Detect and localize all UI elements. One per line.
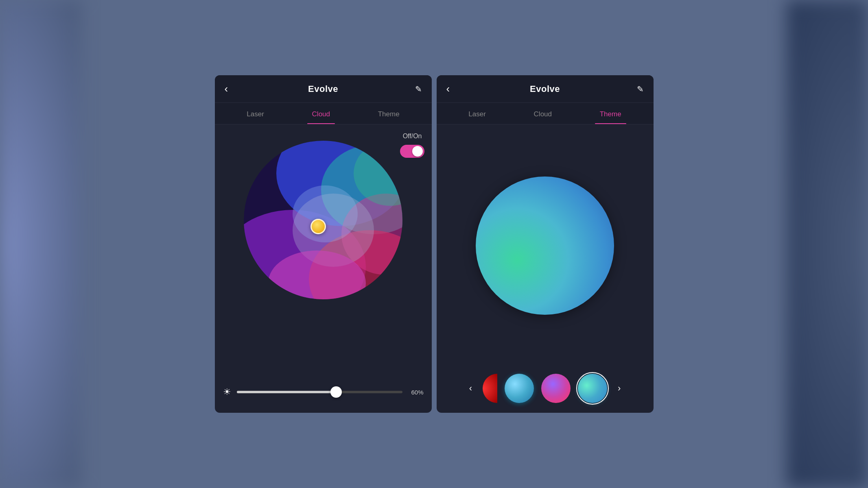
bg-blur-left bbox=[0, 0, 81, 488]
panel1-tab-theme[interactable]: Theme bbox=[373, 103, 404, 124]
preset-teal-blue-button[interactable] bbox=[578, 374, 607, 403]
theme-presets-row: ‹ › bbox=[459, 366, 631, 413]
brightness-value: 60% bbox=[408, 389, 424, 396]
theme-circle-container bbox=[476, 124, 614, 366]
color-wheel-container bbox=[244, 141, 402, 299]
brightness-fill bbox=[237, 391, 336, 393]
panel1-back-button[interactable]: ‹ bbox=[225, 83, 237, 95]
panel1-title: Evolve bbox=[308, 84, 338, 94]
panels-container: ‹ Evolve ✎ Laser Cloud Theme Off/On bbox=[212, 75, 656, 413]
brightness-thumb[interactable] bbox=[330, 386, 342, 398]
panel-theme: ‹ Evolve ✎ Laser Cloud Theme ‹ › bbox=[437, 75, 654, 413]
presets-next-button[interactable]: › bbox=[614, 381, 624, 395]
panel2-tabs: Laser Cloud Theme bbox=[437, 103, 654, 124]
bg-blur-right bbox=[787, 0, 868, 488]
panel2-tab-theme[interactable]: Theme bbox=[595, 103, 626, 124]
panel1-content: Off/On bbox=[215, 124, 432, 413]
color-wheel[interactable] bbox=[244, 141, 402, 299]
panel-cloud: ‹ Evolve ✎ Laser Cloud Theme Off/On bbox=[215, 75, 432, 413]
panel1-tab-laser[interactable]: Laser bbox=[242, 103, 269, 124]
panel1-edit-button[interactable]: ✎ bbox=[410, 84, 422, 94]
panel2-title: Evolve bbox=[530, 84, 560, 94]
panel1-tabs: Laser Cloud Theme bbox=[215, 103, 432, 124]
panel2-edit-button[interactable]: ✎ bbox=[632, 84, 644, 94]
svg-point-7 bbox=[293, 185, 358, 242]
brightness-row: ☀ 60% bbox=[223, 387, 424, 397]
off-on-toggle[interactable] bbox=[400, 145, 424, 158]
toggle-container bbox=[400, 145, 424, 158]
preset-half-red[interactable] bbox=[483, 374, 497, 403]
presets-prev-button[interactable]: ‹ bbox=[466, 381, 475, 395]
theme-preview-circle bbox=[476, 176, 614, 315]
brightness-slider[interactable] bbox=[237, 391, 402, 393]
panel2-back-button[interactable]: ‹ bbox=[446, 83, 459, 95]
panel2-header: ‹ Evolve ✎ bbox=[437, 75, 654, 103]
panel2-content: ‹ › bbox=[437, 124, 654, 413]
panel2-tab-laser[interactable]: Laser bbox=[464, 103, 491, 124]
panel2-tab-cloud[interactable]: Cloud bbox=[529, 103, 557, 124]
panel1-header: ‹ Evolve ✎ bbox=[215, 75, 432, 103]
toggle-knob bbox=[412, 146, 423, 157]
color-picker-handle[interactable] bbox=[310, 219, 326, 234]
sun-icon: ☀ bbox=[223, 387, 231, 397]
preset-purple-pink-button[interactable] bbox=[541, 374, 571, 403]
off-on-label: Off/On bbox=[403, 133, 422, 140]
preset-blue-button[interactable] bbox=[505, 374, 534, 403]
panel1-tab-cloud[interactable]: Cloud bbox=[307, 103, 335, 124]
